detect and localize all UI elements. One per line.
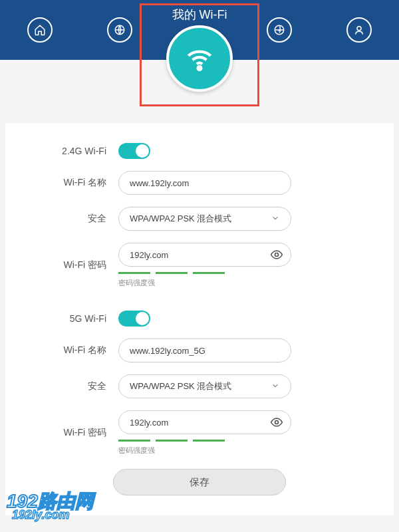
wifi5-name-input[interactable] [118, 338, 291, 362]
save-button[interactable]: 保存 [113, 469, 286, 495]
wifi24-toggle-label: 2.4G Wi-Fi [19, 146, 118, 156]
wifi24-name-input[interactable] [118, 171, 291, 195]
wifi-icon[interactable] [166, 25, 233, 92]
home-icon[interactable] [27, 17, 53, 43]
svg-point-4 [275, 253, 279, 257]
user-icon[interactable] [346, 17, 372, 43]
wifi5-strength-bars [118, 440, 291, 442]
wifi5-password-label: Wi-Fi 密码 [19, 427, 118, 439]
wifi24-name-label: Wi-Fi 名称 [19, 177, 118, 189]
globe-icon[interactable] [107, 17, 132, 43]
wifi24-security-value: WPA/WPA2 PSK 混合模式 [130, 213, 231, 225]
globe-bolt-icon[interactable] [267, 17, 292, 43]
wifi5-toggle[interactable] [118, 311, 150, 327]
wifi24-password-label: Wi-Fi 密码 [19, 259, 118, 271]
wifi24-security-label: 安全 [19, 213, 118, 225]
wifi5-strength-text: 密码强度强 [118, 446, 291, 456]
page-title: 我的 Wi-Fi [166, 0, 233, 27]
eye-icon[interactable] [270, 416, 283, 432]
wifi24-security-select[interactable]: WPA/WPA2 PSK 混合模式 [118, 207, 291, 231]
wifi5-security-value: WPA/WPA2 PSK 混合模式 [130, 380, 231, 392]
wifi24-password-input[interactable] [118, 243, 291, 267]
svg-point-3 [198, 66, 201, 70]
wifi-settings-panel: 2.4G Wi-Fi Wi-Fi 名称 安全 WPA/WPA2 PSK 混合模式… [5, 123, 394, 515]
svg-point-2 [357, 27, 361, 31]
wifi24-toggle[interactable] [118, 143, 150, 159]
wifi5-security-label: 安全 [19, 380, 118, 392]
chevron-down-icon [271, 381, 280, 392]
eye-icon[interactable] [270, 248, 283, 264]
wifi24-strength-bars [118, 272, 291, 274]
wifi5-security-select[interactable]: WPA/WPA2 PSK 混合模式 [118, 374, 291, 398]
svg-point-5 [275, 421, 279, 424]
wifi24-strength-text: 密码强度强 [118, 278, 291, 288]
chevron-down-icon [271, 213, 280, 225]
wifi5-toggle-label: 5G Wi-Fi [19, 313, 118, 324]
app-header: 我的 Wi-Fi [0, 0, 399, 60]
wifi5-name-label: Wi-Fi 名称 [19, 344, 118, 356]
wifi5-password-input[interactable] [118, 410, 291, 434]
